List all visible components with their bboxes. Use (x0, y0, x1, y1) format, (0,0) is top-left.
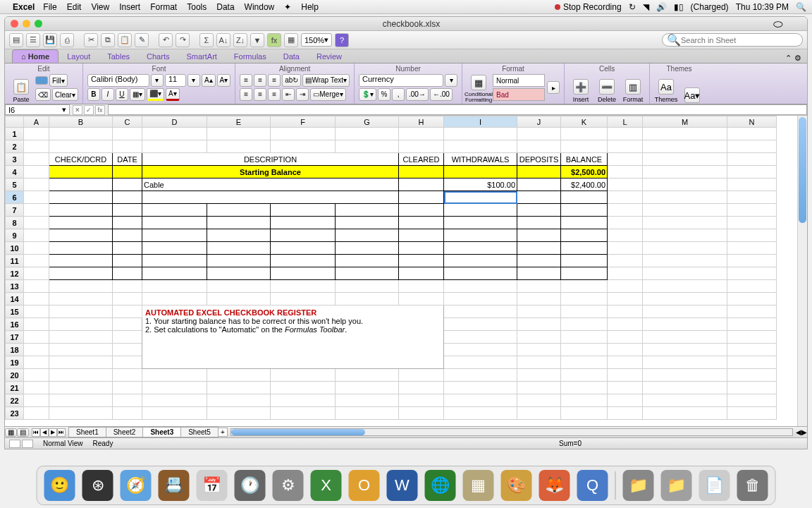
sheet-area[interactable]: ABCDEFGHIJKLMN123CHECK/DCRDDATEDESCRIPTI… (5, 116, 807, 426)
cell-E7[interactable] (207, 204, 271, 217)
cell-I19[interactable] (444, 356, 517, 369)
font-color-button[interactable]: A▾ (166, 88, 180, 101)
row-header-3[interactable]: 3 (6, 153, 24, 166)
cell-D3[interactable]: DESCRIPTION (142, 153, 399, 166)
cell-F21[interactable] (271, 382, 336, 394)
cell-L9[interactable] (608, 229, 643, 242)
cell-E2[interactable] (207, 140, 271, 153)
cell-F11[interactable] (271, 255, 336, 267)
cell-B2[interactable] (49, 140, 113, 153)
time-machine-icon[interactable]: ↻ (629, 2, 636, 12)
row-header-5[interactable]: 5 (6, 179, 24, 191)
redo-button[interactable]: ↷ (176, 33, 190, 47)
cell-C1[interactable] (113, 128, 142, 140)
tab-smartart[interactable]: SmartArt (178, 50, 225, 63)
copy-button[interactable]: ⧉ (101, 33, 115, 47)
cell-C11[interactable] (113, 255, 142, 267)
cell-D23[interactable] (142, 407, 207, 420)
cell-D13[interactable] (142, 280, 207, 293)
cell-B12[interactable] (49, 267, 113, 280)
cell-B14[interactable] (49, 293, 113, 306)
cell-B4[interactable] (49, 166, 113, 179)
name-box-arrow[interactable]: ▾ (62, 105, 66, 114)
cell-E23[interactable] (207, 407, 271, 420)
cell-B23[interactable] (49, 407, 113, 420)
cell-G14[interactable] (336, 293, 399, 306)
dock-stack2[interactable]: 📁 (661, 470, 692, 501)
cell-K8[interactable] (561, 217, 608, 229)
cell-K2[interactable] (561, 140, 608, 153)
shrink-font-button[interactable]: A▾ (217, 74, 231, 87)
col-header-A[interactable]: A (24, 116, 49, 128)
view-normal-button[interactable]: ▦ (5, 428, 17, 437)
horizontal-scroll-thumb[interactable] (231, 429, 365, 435)
cell-K6[interactable] (561, 191, 608, 204)
cell-A18[interactable] (24, 344, 49, 356)
cell-A12[interactable] (24, 267, 49, 280)
row-header-2[interactable]: 2 (6, 140, 24, 153)
cell-E20[interactable] (207, 369, 271, 382)
cell-J23[interactable] (517, 407, 561, 420)
cell-N7[interactable] (727, 204, 777, 217)
format-cells-button[interactable]: ▥Format (621, 72, 645, 103)
tab-layout[interactable]: Layout (59, 50, 99, 63)
cell-H21[interactable] (399, 382, 444, 394)
col-header-F[interactable]: F (271, 116, 336, 128)
cell-I10[interactable] (444, 242, 517, 255)
cell-H23[interactable] (399, 407, 444, 420)
cell-N10[interactable] (727, 242, 777, 255)
cell-L5[interactable] (608, 179, 643, 191)
col-header-N[interactable]: N (727, 116, 777, 128)
menu-tools[interactable]: Tools (187, 2, 207, 12)
vertical-scroll-thumb[interactable] (799, 117, 806, 223)
row-header-12[interactable]: 12 (6, 267, 24, 280)
cell-B1[interactable] (49, 128, 113, 140)
cell-N12[interactable] (727, 267, 777, 280)
cell-A16[interactable] (24, 318, 49, 331)
indent-inc-button[interactable]: ⇥ (296, 88, 309, 101)
cell-B15[interactable] (49, 306, 113, 318)
cell-F14[interactable] (271, 293, 336, 306)
cell-L21[interactable] (608, 382, 643, 394)
cell-C3[interactable]: DATE (113, 153, 142, 166)
cell-L2[interactable] (608, 140, 643, 153)
cell-I14[interactable] (444, 293, 517, 306)
menu-script[interactable]: ✦ (284, 2, 291, 12)
window-close-button[interactable] (11, 20, 18, 28)
cell-H12[interactable] (399, 267, 444, 280)
cell-M21[interactable] (643, 382, 727, 394)
cell-H8[interactable] (399, 217, 444, 229)
cell-D1[interactable] (142, 128, 207, 140)
open-button[interactable]: ☰ (26, 33, 40, 47)
cell-C14[interactable] (113, 293, 142, 306)
fx-button[interactable]: fx (267, 33, 281, 47)
menu-edit[interactable]: Edit (67, 2, 82, 12)
underline-button[interactable]: U (116, 88, 128, 101)
cell-K21[interactable] (561, 382, 608, 394)
row-header-13[interactable]: 13 (6, 280, 24, 293)
dock-outlook[interactable]: O (349, 470, 380, 501)
stop-recording[interactable]: Stop Recording (555, 2, 622, 12)
cell-A14[interactable] (24, 293, 49, 306)
window-zoom-button[interactable] (35, 20, 42, 28)
col-header-H[interactable]: H (399, 116, 444, 128)
cell-I11[interactable] (444, 255, 517, 267)
dock-dashboard[interactable]: ⊛ (82, 470, 113, 501)
cell-L20[interactable] (608, 369, 643, 382)
cell-I1[interactable] (444, 128, 517, 140)
cell-N18[interactable] (727, 344, 777, 356)
format-painter-button[interactable]: ✎ (135, 33, 149, 47)
cell-K19[interactable] (561, 356, 608, 369)
cell-I23[interactable] (444, 407, 517, 420)
cell-B8[interactable] (49, 217, 113, 229)
sheet-tab-sheet2[interactable]: Sheet2 (106, 427, 144, 437)
cell-B9[interactable] (49, 229, 113, 242)
cell-H20[interactable] (399, 369, 444, 382)
col-header-I[interactable]: I (444, 116, 517, 128)
cell-K3[interactable]: BALANCE (561, 153, 608, 166)
row-header-7[interactable]: 7 (6, 204, 24, 217)
cell-G20[interactable] (336, 369, 399, 382)
clock[interactable]: Thu 10:39 PM (736, 2, 789, 12)
cell-L1[interactable] (608, 128, 643, 140)
cell-N6[interactable] (727, 191, 777, 204)
